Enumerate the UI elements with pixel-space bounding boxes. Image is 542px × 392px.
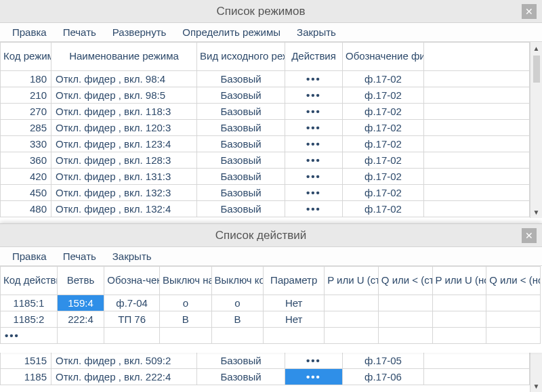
close-icon[interactable]: ✕ [522, 228, 537, 243]
table-row-more[interactable]: ••• [1, 328, 541, 344]
cell-name[interactable]: Откл. фидер , вкл. 509:2 [51, 353, 197, 369]
col2-q-old[interactable]: Q или < (стар.) [378, 267, 432, 295]
cell-branch[interactable]: 159:4 [57, 295, 104, 311]
menu-expand[interactable]: Развернуть [104, 24, 175, 40]
cell-type[interactable]: Базовый [197, 87, 285, 104]
scroll-thumb[interactable] [533, 56, 540, 83]
col2-pu-old[interactable]: P или U (стар.) [325, 267, 379, 295]
cell-pun[interactable] [432, 295, 486, 311]
menu-edit[interactable]: Правка [4, 24, 55, 40]
cell-code[interactable]: 180 [1, 71, 51, 87]
cell-feeder[interactable]: ф.17-02 [343, 120, 424, 136]
cell-name[interactable]: Откл. фидер , вкл. 123:4 [51, 136, 197, 152]
cell-name[interactable]: Откл. фидер , вкл. 222:4 [51, 369, 197, 385]
cell-code[interactable]: 1185:2 [1, 311, 58, 328]
col2-param[interactable]: Параметр [264, 267, 325, 295]
cell-actions[interactable]: ••• [285, 185, 343, 201]
scrollbar-modes-tail[interactable]: ▼ [530, 352, 542, 392]
cell-feeder[interactable]: ф.17-06 [343, 369, 424, 385]
menu-close-2[interactable]: Закрыть [104, 248, 160, 264]
cell-code[interactable]: 285 [1, 120, 51, 136]
col-code[interactable]: Код режима [1, 43, 51, 71]
cell-type[interactable]: Базовый [197, 353, 285, 369]
cell-code[interactable]: 480 [1, 201, 51, 217]
cell-qn[interactable] [486, 295, 541, 311]
table-row[interactable]: 1185:2222:4ТП 76ВВНет [1, 311, 541, 328]
table-row[interactable]: 1185:1159:4ф.7-04ооНет [1, 295, 541, 311]
cell-type[interactable]: Базовый [197, 201, 285, 217]
menu-print[interactable]: Печать [55, 24, 104, 40]
table-row[interactable]: 210Откл. фидер , вкл. 98:5Базовый•••ф.17… [1, 87, 530, 104]
cell-code[interactable]: 1185 [1, 369, 51, 385]
table-row[interactable]: 270Откл. фидер , вкл. 118:3Базовый•••ф.1… [1, 104, 530, 120]
col2-sw1[interactable]: Выключ начала [159, 267, 211, 295]
table-row[interactable]: 285Откл. фидер , вкл. 120:3Базовый•••ф.1… [1, 120, 530, 136]
cell-code[interactable]: 450 [1, 185, 51, 201]
scroll-down-icon[interactable]: ▼ [530, 206, 542, 218]
cell-feeder[interactable]: ф.17-02 [343, 185, 424, 201]
col-name[interactable]: Наименование режима [51, 43, 197, 71]
col2-q-new[interactable]: Q или < (нов.) [486, 267, 541, 295]
cell-name[interactable]: Откл. фидер , вкл. 118:3 [51, 104, 197, 120]
table-row[interactable]: 480Откл. фидер , вкл. 132:4Базовый•••ф.1… [1, 201, 530, 217]
table-row[interactable]: 330Откл. фидер , вкл. 123:4Базовый•••ф.1… [1, 136, 530, 152]
menu-edit-2[interactable]: Правка [4, 248, 55, 264]
cell-param[interactable]: Нет [264, 295, 325, 311]
more-icon[interactable]: ••• [1, 328, 58, 344]
titlebar-modes[interactable]: Список режимов ✕ [0, 0, 542, 23]
cell-name[interactable]: Откл. фидер , вкл. 98:4 [51, 71, 197, 87]
cell-code[interactable]: 1185:1 [1, 295, 58, 311]
cell-desig[interactable]: ф.7-04 [104, 295, 160, 311]
cell-pun[interactable] [432, 311, 486, 328]
cell-type[interactable]: Базовый [197, 185, 285, 201]
cell-code[interactable]: 330 [1, 136, 51, 152]
cell-actions[interactable]: ••• [285, 169, 343, 185]
col-feeder[interactable]: Обозначение фидера [343, 43, 424, 71]
cell-feeder[interactable]: ф.17-05 [343, 353, 424, 369]
cell-actions[interactable]: ••• [285, 104, 343, 120]
cell-actions[interactable]: ••• [285, 120, 343, 136]
cell-puo[interactable] [325, 295, 379, 311]
col2-desig[interactable]: Обозна-чение [104, 267, 160, 295]
cell-sw1[interactable]: о [159, 295, 211, 311]
cell-qo[interactable] [378, 295, 432, 311]
scroll-up-icon[interactable]: ▲ [530, 42, 542, 54]
scrollbar-modes[interactable]: ▲ ▼ [530, 42, 542, 218]
table-row[interactable]: 360Откл. фидер , вкл. 128:3Базовый•••ф.1… [1, 152, 530, 169]
menu-close[interactable]: Закрыть [289, 24, 344, 40]
cell-feeder[interactable]: ф.17-02 [343, 169, 424, 185]
cell-feeder[interactable]: ф.17-02 [343, 71, 424, 87]
cell-type[interactable]: Базовый [197, 71, 285, 87]
cell-sw2[interactable]: В [211, 311, 264, 328]
cell-sw2[interactable]: о [211, 295, 264, 311]
cell-feeder[interactable]: ф.17-02 [343, 136, 424, 152]
cell-qn[interactable] [486, 311, 541, 328]
cell-code[interactable]: 360 [1, 152, 51, 169]
cell-name[interactable]: Откл. фидер , вкл. 131:3 [51, 169, 197, 185]
menu-print-2[interactable]: Печать [55, 248, 104, 264]
cell-actions[interactable]: ••• [285, 201, 343, 217]
cell-feeder[interactable]: ф.17-02 [343, 87, 424, 104]
cell-name[interactable]: Откл. фидер , вкл. 120:3 [51, 120, 197, 136]
col-type[interactable]: Вид исходного режима [197, 43, 285, 71]
titlebar-actions[interactable]: Список действий ✕ [0, 224, 542, 247]
cell-type[interactable]: Базовый [197, 369, 285, 385]
cell-code[interactable]: 420 [1, 169, 51, 185]
cell-code[interactable]: 270 [1, 104, 51, 120]
col2-code[interactable]: Код действия [1, 267, 58, 295]
cell-code[interactable]: 1515 [1, 353, 51, 369]
cell-feeder[interactable]: ф.17-02 [343, 152, 424, 169]
cell-actions[interactable]: ••• [285, 87, 343, 104]
col2-pu-new[interactable]: P или U (нов.) [432, 267, 486, 295]
cell-sw1[interactable]: В [159, 311, 211, 328]
col2-branch[interactable]: Ветвь [57, 267, 104, 295]
cell-name[interactable]: Откл. фидер , вкл. 98:5 [51, 87, 197, 104]
cell-type[interactable]: Базовый [197, 104, 285, 120]
menu-detect[interactable]: Определить режимы [174, 24, 289, 40]
table-row[interactable]: 180Откл. фидер , вкл. 98:4Базовый•••ф.17… [1, 71, 530, 87]
cell-feeder[interactable]: ф.17-02 [343, 104, 424, 120]
cell-actions[interactable]: ••• [285, 369, 343, 385]
cell-type[interactable]: Базовый [197, 120, 285, 136]
table-row[interactable]: 450Откл. фидер , вкл. 132:3Базовый•••ф.1… [1, 185, 530, 201]
cell-type[interactable]: Базовый [197, 169, 285, 185]
